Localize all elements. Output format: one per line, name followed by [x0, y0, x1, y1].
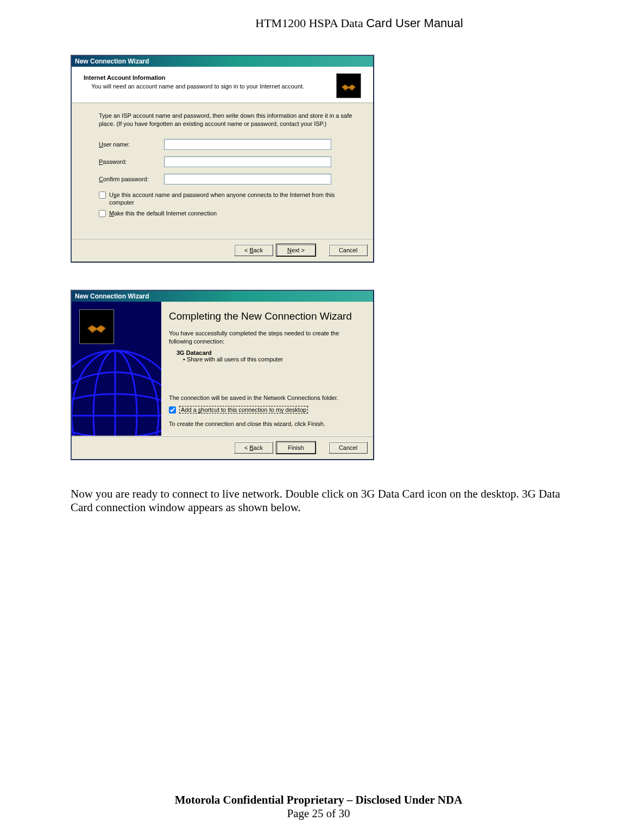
finish-instruction: To create the connection and close this … [169, 420, 363, 428]
wizard-header: Internet Account Information You will ne… [72, 67, 373, 103]
back-button[interactable]: < Back [234, 442, 273, 454]
password-label: Password: [99, 158, 164, 165]
user-name-label: User name: [99, 141, 164, 148]
window-title: New Connection Wizard [75, 58, 149, 65]
hand-shake-icon [336, 73, 361, 98]
password-input[interactable] [164, 156, 331, 167]
connection-name: 3G Datacard [176, 349, 363, 356]
document-body-paragraph: Now you are ready to connect to live net… [71, 487, 566, 514]
svg-point-2 [72, 372, 161, 436]
titlebar: New Connection Wizard [72, 291, 373, 302]
titlebar: New Connection Wizard [72, 56, 373, 67]
confirm-password-label: Confirm password: [99, 176, 164, 182]
hand-shake-icon [79, 309, 114, 344]
add-shortcut-checkbox[interactable] [169, 406, 176, 413]
button-row: < Back Next > Cancel [72, 238, 373, 262]
back-button[interactable]: < Back [234, 244, 273, 256]
button-row: < Back Finish Cancel [72, 436, 373, 459]
window-title: New Connection Wizard [75, 292, 149, 300]
completion-text: You have successfully completed the step… [169, 329, 363, 345]
finish-button[interactable]: Finish [276, 442, 316, 454]
confirm-password-input[interactable] [164, 174, 331, 184]
use-account-checkbox[interactable] [99, 192, 106, 199]
header-text-card: Card User Manual [366, 16, 463, 30]
globe-icon [72, 345, 161, 436]
document-header: HTM1200 HSPA Data Card User Manual [152, 16, 566, 30]
wizard-header-title: Internet Account Information [84, 74, 304, 81]
user-name-input[interactable] [164, 139, 331, 150]
next-button[interactable]: Next > [276, 244, 316, 256]
cancel-button[interactable]: Cancel [329, 442, 368, 454]
footer-page-number: Page 25 of 30 [0, 807, 637, 820]
wizard-sidebar [72, 302, 161, 436]
use-account-label: Use this account name and password when … [109, 191, 355, 207]
default-connection-label: Make this the default Internet connectio… [109, 209, 217, 217]
dialog-completing-wizard: New Connection Wizard Completing the [71, 290, 374, 460]
document-footer: Motorola Confidential Proprietary – Disc… [0, 793, 637, 820]
wizard-header-subtitle: You will need an account name and passwo… [91, 83, 304, 90]
default-connection-checkbox[interactable] [99, 210, 106, 217]
add-shortcut-label: Add a shortcut to this connection to my … [179, 406, 308, 413]
saved-folder-text: The connection will be saved in the Netw… [169, 394, 363, 402]
share-bullet: • Share with all users of this computer [183, 356, 363, 362]
wizard-complete-heading: Completing the New Connection Wizard [169, 310, 363, 322]
cancel-button[interactable]: Cancel [329, 244, 368, 256]
instruction-text: Type an ISP account name and password, t… [99, 112, 355, 128]
header-text-plain: HTM1200 HSPA Data [255, 16, 366, 30]
dialog-internet-account: New Connection Wizard Internet Account I… [71, 55, 374, 263]
footer-confidential: Motorola Confidential Proprietary – Disc… [0, 793, 637, 807]
